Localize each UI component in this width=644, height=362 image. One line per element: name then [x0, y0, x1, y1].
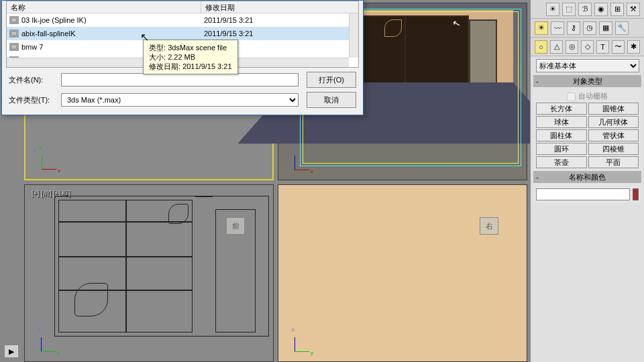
file-icon: m: [9, 29, 19, 38]
color-swatch[interactable]: [633, 188, 639, 200]
axis-gizmo: zy: [38, 328, 65, 355]
tool-icon[interactable]: ⊞: [610, 3, 624, 16]
display-tab[interactable]: ▦: [599, 21, 612, 35]
sun-icon[interactable]: ☀: [546, 3, 559, 16]
helpers-icon[interactable]: T: [596, 40, 609, 54]
btn-cone[interactable]: 圆锥体: [588, 103, 639, 115]
wireframe-scene: [54, 196, 269, 350]
rollout-name-color[interactable]: -名称和颜色: [533, 171, 641, 183]
primitive-category-select[interactable]: 标准基本体: [536, 59, 639, 72]
filetype-select[interactable]: 3ds Max (*.max): [61, 93, 299, 107]
btn-pyramid[interactable]: 四棱锥: [588, 143, 639, 155]
btn-torus[interactable]: 圆环: [536, 143, 587, 155]
create-tab[interactable]: ☀: [535, 21, 548, 35]
btn-sphere[interactable]: 球体: [536, 116, 587, 128]
tool-icon[interactable]: ℬ: [578, 3, 592, 16]
hierarchy-tab[interactable]: ⚷: [567, 21, 580, 35]
btn-geosphere[interactable]: 几何球体: [588, 116, 639, 128]
systems-icon[interactable]: ✱: [627, 40, 640, 54]
btn-tube[interactable]: 管状体: [588, 129, 639, 141]
object-name-input[interactable]: [536, 188, 630, 200]
viewport-right[interactable]: 右 zy: [278, 184, 527, 362]
shapes-icon[interactable]: △: [550, 40, 563, 54]
axis-gizmo: zx: [292, 146, 319, 173]
filename-label: 文件名(N):: [9, 75, 57, 85]
file-row[interactable]: mabix-fall-splineIK2011/9/15 3:21: [7, 27, 358, 40]
modify-tab[interactable]: 〰: [551, 21, 564, 35]
cameras-icon[interactable]: ◇: [581, 40, 594, 54]
file-tooltip: 类型: 3dsMax scene file 大小: 2.22 MB 修改日期: …: [143, 40, 238, 74]
spacewarps-icon[interactable]: 〜: [612, 40, 625, 54]
file-row[interactable]: m03 Ik-joe (Spline IK)2011/9/15 3:21: [7, 13, 358, 27]
viewport-front[interactable]: [+] [前] [线框] 前 zy: [24, 184, 274, 362]
mouse-cursor-icon: ↖: [140, 31, 149, 44]
command-panel: ☀ ⬚ ℬ ◉ ⊞ ⚒ ☀ 〰 ⚷ ◷ ▦ 🔧 ○ △ ◎ ◇ T 〜 ✱ 标准…: [530, 0, 644, 362]
axis-gizmo: yxz: [39, 145, 66, 172]
file-icon: m: [9, 43, 19, 51]
btn-plane[interactable]: 平面: [588, 156, 639, 168]
create-category-row: ○ △ ◎ ◇ T 〜 ✱: [531, 38, 644, 56]
rollout-object-type[interactable]: -对象类型: [533, 75, 641, 87]
tool-icon[interactable]: ◉: [594, 3, 608, 16]
motion-tab[interactable]: ◷: [583, 21, 596, 35]
primitive-buttons: 长方体 圆锥体 球体 几何球体 圆柱体 管状体 圆环 四棱锥 茶壶 平面: [536, 103, 639, 168]
filetype-label: 文件类型(T):: [9, 95, 57, 105]
autogrid-checkbox[interactable]: 自动栅格: [536, 90, 639, 103]
column-date[interactable]: 修改日期: [201, 1, 358, 13]
cancel-button[interactable]: 取消: [307, 92, 356, 108]
lights-icon[interactable]: ◎: [566, 40, 578, 54]
btn-box[interactable]: 长方体: [536, 103, 587, 115]
tool-icon[interactable]: ⚒: [627, 3, 640, 16]
viewcube-right[interactable]: 右: [480, 217, 498, 235]
column-name[interactable]: 名称: [7, 1, 201, 13]
btn-cylinder[interactable]: 圆柱体: [536, 129, 587, 141]
axis-gizmo: zy: [292, 328, 319, 355]
geometry-icon[interactable]: ○: [535, 40, 547, 54]
panel-tabs: ☀ 〰 ⚷ ◷ ▦ 🔧: [531, 19, 644, 38]
file-open-dialog: 名称 修改日期 m03 Ik-joe (Spline IK)2011/9/15 …: [1, 0, 364, 115]
vertical-scrollbar[interactable]: [349, 13, 358, 58]
open-button[interactable]: 打开(O): [307, 72, 356, 88]
tool-icon[interactable]: ⬚: [562, 3, 576, 16]
filename-input[interactable]: [61, 73, 299, 86]
play-button[interactable]: ▶: [4, 345, 19, 358]
main-toolbar-row: ☀ ⬚ ℬ ◉ ⊞ ⚒: [531, 0, 644, 19]
btn-teapot[interactable]: 茶壶: [536, 156, 587, 168]
file-list-header: 名称 修改日期: [7, 1, 358, 13]
file-icon: m: [9, 16, 19, 24]
utilities-tab[interactable]: 🔧: [615, 21, 629, 35]
